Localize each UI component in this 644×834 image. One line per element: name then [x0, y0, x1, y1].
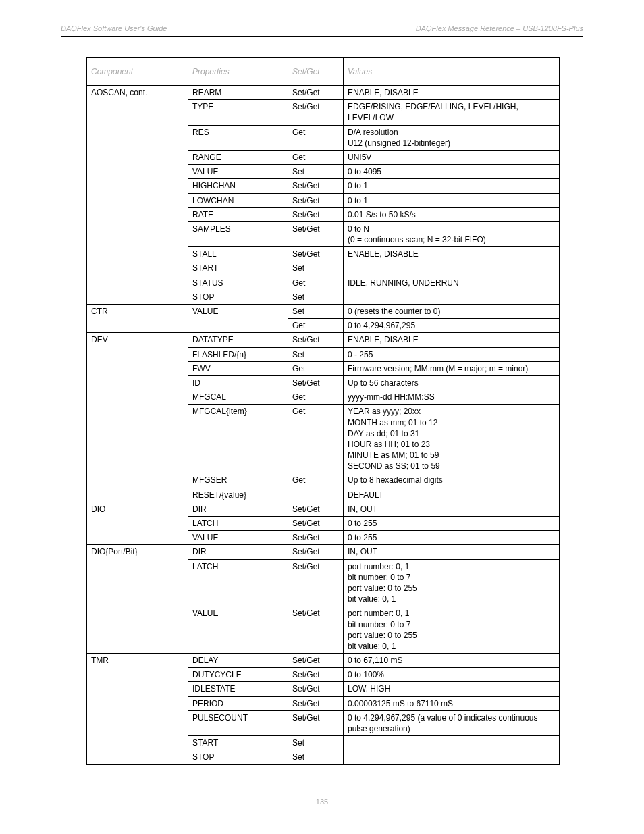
cell-values: [344, 261, 560, 276]
cell-property: FLASHLED/{n}: [188, 347, 288, 361]
table-row: CTRVALUESet0 (resets the counter to 0): [87, 305, 560, 319]
cell-property: VALUE: [188, 606, 288, 654]
cell-component: [87, 276, 188, 290]
cell-setget: Set: [288, 750, 344, 764]
cell-setget: Set: [288, 290, 344, 304]
cell-component: CTR: [87, 305, 188, 333]
table-row: AOSCAN, cont.REARMSet/GetENABLE, DISABLE: [87, 86, 560, 100]
cell-property: START: [188, 736, 288, 750]
cell-values: 0.00003125 mS to 67110 mS: [344, 696, 560, 710]
cell-values: [344, 736, 560, 750]
cell-values: 0 to N (0 = continuous scan; N = 32-bit …: [344, 221, 560, 246]
cell-property: IDLESTATE: [188, 682, 288, 696]
cell-setget: Set/Get: [288, 545, 344, 559]
reference-table: Component Properties Set/Get Values AOSC…: [86, 57, 560, 765]
cell-values: port number: 0, 1 bit number: 0 to 7 por…: [344, 559, 560, 606]
cell-values: D/A resolution U12 (unsigned 12-bitinteg…: [344, 125, 560, 150]
cell-setget: Set/Get: [288, 179, 344, 193]
cell-values: IN, OUT: [344, 502, 560, 516]
cell-property: MFGCAL{item}: [188, 405, 288, 473]
cell-setget: Get: [288, 319, 344, 333]
cell-values: [344, 750, 560, 764]
page-number: 135: [316, 798, 328, 806]
cell-values: 0 to 1: [344, 179, 560, 193]
cell-values: ENABLE, DISABLE: [344, 333, 560, 347]
table-row: TMRDELAYSet/Get0 to 67,110 mS: [87, 654, 560, 668]
table-head: Component Properties Set/Get Values: [87, 58, 560, 86]
cell-setget: Set/Get: [288, 531, 344, 545]
cell-property: DATATYPE: [188, 333, 288, 347]
cell-property: RESET/{value}: [188, 488, 288, 502]
cell-values: 0 to 1: [344, 193, 560, 207]
reference-table-wrap: Component Properties Set/Get Values AOSC…: [86, 57, 583, 765]
cell-values: DEFAULT: [344, 488, 560, 502]
cell-values: [344, 290, 560, 304]
cell-property: VALUE: [188, 305, 288, 333]
cell-values: yyyy-mm-dd HH:MM:SS: [344, 390, 560, 405]
header-left: DAQFlex Software User's Guide: [61, 24, 322, 32]
cell-component: DIO{Port/Bit}: [87, 545, 188, 654]
cell-values: Firmware version; MM.mm (M = major; m = …: [344, 361, 560, 375]
cell-setget: Set/Get: [288, 100, 344, 125]
cell-setget: Set/Get: [288, 559, 344, 606]
cell-component: [87, 261, 188, 276]
cell-setget: Get: [288, 405, 344, 473]
cell-values: 0 to 4095: [344, 165, 560, 179]
cell-property: FWV: [188, 361, 288, 375]
cell-values: 0 (resets the counter to 0): [344, 305, 560, 319]
table-row: DIO{Port/Bit}DIRSet/GetIN, OUT: [87, 545, 560, 559]
cell-values: 0 to 67,110 mS: [344, 654, 560, 668]
cell-setget: Set/Get: [288, 193, 344, 207]
cell-property: STOP: [188, 750, 288, 764]
cell-property: LOWCHAN: [188, 193, 288, 207]
cell-values: IN, OUT: [344, 545, 560, 559]
th-properties: Properties: [188, 58, 288, 86]
cell-setget: Set/Get: [288, 696, 344, 710]
cell-property: DIR: [188, 502, 288, 516]
th-setget: Set/Get: [288, 58, 344, 86]
cell-values: IDLE, RUNNING, UNDERRUN: [344, 276, 560, 290]
cell-component: DEV: [87, 333, 188, 502]
cell-property: VALUE: [188, 165, 288, 179]
cell-values: 0 to 255: [344, 517, 560, 531]
cell-values: 0.01 S/s to 50 kS/s: [344, 207, 560, 221]
cell-setget: Set/Get: [288, 502, 344, 516]
cell-setget: Set/Get: [288, 710, 344, 735]
cell-values: 0 to 255: [344, 531, 560, 545]
cell-property: ID: [188, 375, 288, 390]
cell-property: RANGE: [188, 150, 288, 164]
cell-setget: Set: [288, 305, 344, 319]
cell-property: VALUE: [188, 531, 288, 545]
header-right: DAQFlex Message Reference – USB-1208FS-P…: [322, 24, 583, 32]
cell-property: STOP: [188, 290, 288, 304]
cell-property: TYPE: [188, 100, 288, 125]
cell-setget: Set/Get: [288, 333, 344, 347]
cell-values: YEAR as yyyy; 20xx MONTH as mm; 01 to 12…: [344, 405, 560, 473]
cell-setget: Set: [288, 261, 344, 276]
page: DAQFlex Software User's Guide DAQFlex Me…: [0, 0, 644, 834]
cell-property: PULSECOUNT: [188, 710, 288, 735]
cell-values: LOW, HIGH: [344, 682, 560, 696]
th-values: Values: [344, 58, 560, 86]
cell-setget: Set/Get: [288, 247, 344, 261]
table-row: DIODIRSet/GetIN, OUT: [87, 502, 560, 516]
cell-property: DELAY: [188, 654, 288, 668]
table-row: STARTSet: [87, 261, 560, 276]
cell-setget: Set/Get: [288, 86, 344, 100]
table-row: STATUSGetIDLE, RUNNING, UNDERRUN: [87, 276, 560, 290]
cell-property: DUTYCYCLE: [188, 668, 288, 682]
cell-property: MFGCAL: [188, 390, 288, 405]
cell-component: [87, 290, 188, 304]
cell-setget: [288, 488, 344, 502]
cell-setget: Set/Get: [288, 654, 344, 668]
cell-component: DIO: [87, 502, 188, 545]
cell-setget: Get: [288, 276, 344, 290]
cell-setget: Set/Get: [288, 375, 344, 390]
cell-values: ENABLE, DISABLE: [344, 247, 560, 261]
cell-setget: Get: [288, 473, 344, 488]
cell-setget: Set: [288, 165, 344, 179]
cell-property: DIR: [188, 545, 288, 559]
page-footer: 135: [61, 798, 583, 806]
cell-values: UNI5V: [344, 150, 560, 164]
cell-setget: Set: [288, 736, 344, 750]
